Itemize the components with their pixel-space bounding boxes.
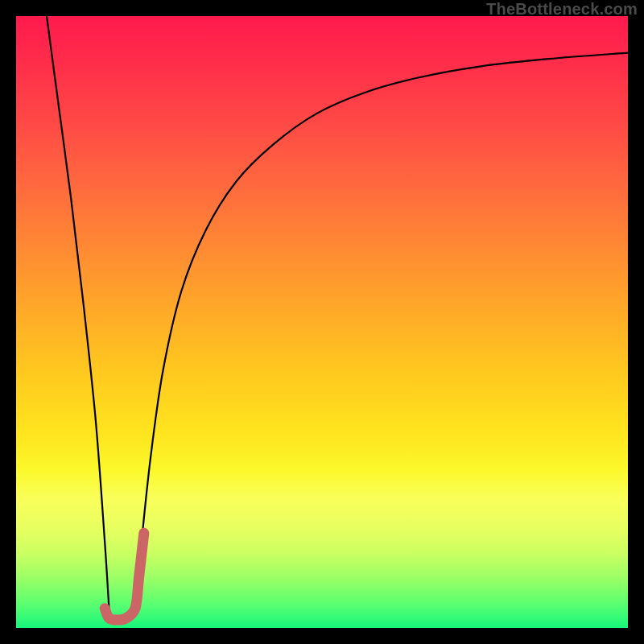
outer-frame: TheBottleneck.com [0, 0, 644, 644]
left-descent-line [47, 16, 109, 609]
j-overlay-line [105, 533, 144, 620]
curve-layer [16, 16, 628, 628]
watermark-text: TheBottleneck.com [486, 0, 638, 19]
plot-area [16, 16, 628, 628]
right-curve-line [135, 53, 628, 610]
